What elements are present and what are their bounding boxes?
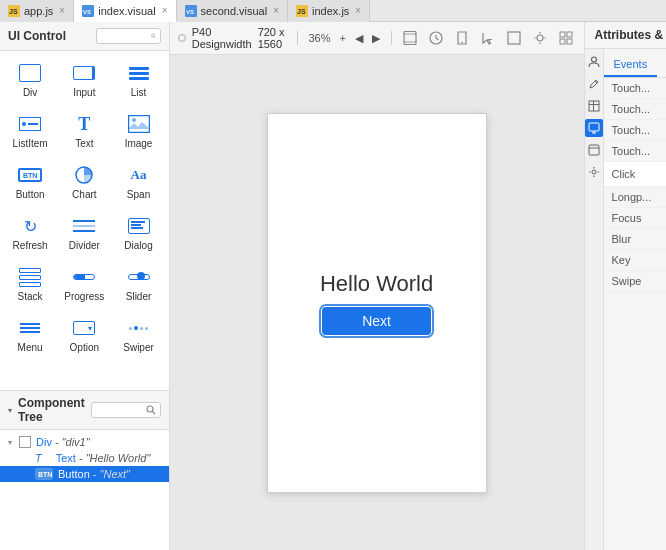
control-button[interactable]: BTN Button — [4, 157, 56, 206]
button-icon: BTN — [14, 163, 46, 187]
tree-search[interactable] — [91, 402, 161, 418]
tree-search-input[interactable] — [96, 404, 146, 416]
square-btn[interactable] — [504, 30, 524, 46]
zoom-level[interactable]: 36% — [305, 31, 333, 45]
span-icon: Aa — [123, 163, 155, 187]
gear-icon[interactable] — [585, 163, 603, 181]
clock-btn[interactable] — [426, 30, 446, 46]
control-stack[interactable]: Stack — [4, 259, 56, 308]
control-image[interactable]: Image — [112, 106, 164, 155]
control-divider[interactable]: Divider — [58, 208, 110, 257]
event-row-blur: Blur — [604, 229, 666, 250]
tree-type-button: Button — [58, 468, 90, 480]
control-slider[interactable]: Slider — [112, 259, 164, 308]
tab-index-js-close[interactable]: × — [355, 5, 361, 16]
progress-icon — [68, 265, 100, 289]
tree-item-text[interactable]: T Text - "Hello World" — [0, 450, 169, 466]
table-icon[interactable] — [585, 97, 603, 115]
tab-index-visual-close[interactable]: × — [162, 5, 168, 16]
control-menu-label: Menu — [18, 342, 43, 353]
control-menu[interactable]: Menu — [4, 310, 56, 359]
phone-btn[interactable] — [452, 30, 472, 46]
event-label-touch1: Touch... — [612, 82, 662, 94]
tree-collapse-icon[interactable]: ▾ — [8, 406, 12, 415]
event-row-longpress: Longp... — [604, 187, 666, 208]
control-dialog-label: Dialog — [124, 240, 152, 251]
control-text[interactable]: T Text — [58, 106, 110, 155]
tab-app-js-close[interactable]: × — [59, 5, 65, 16]
tree-item-button[interactable]: BTN Button - "Next" — [0, 466, 169, 482]
zoom-redo-button[interactable]: ▶ — [369, 31, 383, 46]
event-label-key: Key — [612, 254, 662, 266]
tree-item-div[interactable]: ▾ Div - "div1" — [0, 434, 169, 450]
tab-app-js[interactable]: JS app.js × — [0, 0, 74, 22]
event-row-touch4: Touch... — [604, 141, 666, 162]
component-tree-title: Component Tree — [18, 396, 85, 424]
cursor-btn[interactable] — [478, 30, 498, 46]
control-option[interactable]: ▾ Option — [58, 310, 110, 359]
control-progress-label: Progress — [64, 291, 104, 302]
control-list[interactable]: List — [112, 55, 164, 104]
left-panel: UI Control Div Input — [0, 22, 170, 550]
window-icon[interactable] — [585, 141, 603, 159]
tree-search-icon — [146, 405, 156, 415]
control-option-label: Option — [70, 342, 99, 353]
tab-index-js[interactable]: JS index.js × — [288, 0, 370, 22]
tab-second-visual-close[interactable]: × — [273, 5, 279, 16]
svg-rect-18 — [404, 32, 416, 45]
refresh-icon: ↻ — [14, 214, 46, 238]
control-swiper[interactable]: Swiper — [112, 310, 164, 359]
device-frame-btn[interactable] — [400, 30, 420, 46]
svg-rect-34 — [567, 39, 572, 44]
next-button[interactable]: Next — [322, 307, 431, 335]
control-input[interactable]: Input — [58, 55, 110, 104]
tab-index-visual[interactable]: VS index.visual × — [74, 0, 176, 22]
search-icon — [151, 31, 156, 41]
center-panel: P40 Designwidth 720 x 1560 36% + ◀ ▶ — [170, 22, 584, 550]
tab-index-visual-label: index.visual — [98, 5, 155, 17]
device-frame: Hello World Next — [267, 113, 487, 493]
zoom-in-button[interactable]: + — [337, 31, 349, 45]
menu-icon — [14, 316, 46, 340]
tree-items: ▾ Div - "div1" T Text - "Hello World" — [0, 430, 169, 550]
screen-icon[interactable] — [585, 119, 603, 137]
control-progress[interactable]: Progress — [58, 259, 110, 308]
event-label-touch3: Touch... — [612, 124, 662, 136]
tab-events[interactable]: Events — [604, 53, 658, 77]
svg-text:BTN: BTN — [38, 471, 52, 478]
search-input[interactable] — [101, 30, 151, 42]
control-chart[interactable]: Chart — [58, 157, 110, 206]
tree-arrow-div: ▾ — [8, 438, 16, 447]
right-content: Events Touch... Touch... Touch... Touch.… — [585, 49, 666, 550]
control-slider-label: Slider — [126, 291, 152, 302]
tree-checkbox-div[interactable] — [19, 436, 31, 448]
control-image-label: Image — [125, 138, 153, 149]
event-label-click: Click — [612, 168, 662, 180]
pencil-icon[interactable] — [585, 75, 603, 93]
canvas-area[interactable]: Hello World Next — [170, 55, 584, 550]
person-icon[interactable] — [585, 53, 603, 71]
button-tree-icon: BTN — [35, 468, 53, 480]
dialog-icon — [123, 214, 155, 238]
events-list: Events Touch... Touch... Touch... Touch.… — [604, 49, 666, 550]
tree-type-text: T — [35, 452, 42, 464]
events-tabs: Events — [604, 53, 666, 78]
control-refresh[interactable]: ↻ Refresh — [4, 208, 56, 257]
control-div[interactable]: Div — [4, 55, 56, 104]
tab-index-js-label: index.js — [312, 5, 349, 17]
control-listitem[interactable]: ListItem — [4, 106, 56, 155]
control-swiper-label: Swiper — [123, 342, 154, 353]
ui-control-search[interactable] — [96, 28, 161, 44]
control-span[interactable]: Aa Span — [112, 157, 164, 206]
stack-icon — [14, 265, 46, 289]
event-row-click: Click — [604, 162, 666, 187]
tab-second-visual[interactable]: VS second.visual × — [177, 0, 289, 22]
divider-icon — [68, 214, 100, 238]
zoom-undo-button[interactable]: ◀ — [352, 31, 366, 46]
control-refresh-label: Refresh — [13, 240, 48, 251]
grid-btn[interactable] — [556, 30, 576, 46]
component-tree-header: ▾ Component Tree — [0, 391, 169, 430]
svg-point-45 — [592, 170, 596, 174]
control-dialog[interactable]: Dialog — [112, 208, 164, 257]
sun-btn[interactable] — [530, 30, 550, 46]
